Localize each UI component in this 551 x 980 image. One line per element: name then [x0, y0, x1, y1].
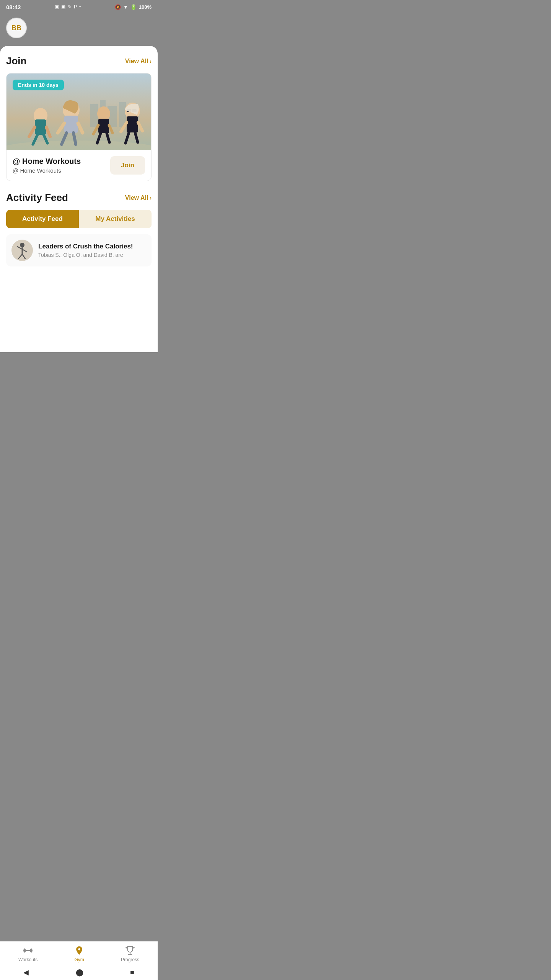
activity-section-header: Activity Feed View All ›: [6, 192, 152, 204]
join-section-header: Join View All ›: [6, 55, 152, 67]
activity-avatar-svg: [11, 240, 33, 261]
battery-percent: 100%: [139, 4, 152, 10]
activity-view-all[interactable]: View All ›: [125, 194, 152, 201]
svg-rect-14: [64, 116, 78, 133]
join-button[interactable]: Join: [110, 156, 145, 175]
activity-feed-section: Activity Feed View All › Activity Feed M…: [6, 192, 152, 266]
activity-item: Leaders of Crush the Calories! Tobias S.…: [6, 234, 152, 266]
activity-view-all-label: View All: [125, 194, 148, 201]
profile-header: BB: [0, 14, 158, 46]
parking-icon: P: [74, 4, 77, 10]
main-content: Join View All ›: [0, 46, 158, 352]
battery-icon: 🔋: [130, 4, 137, 10]
sim1-icon: ▣: [55, 4, 59, 10]
challenge-title: @ Home Workouts: [13, 157, 81, 166]
join-title: Join: [6, 55, 26, 67]
activity-avatar: [11, 240, 33, 261]
dot-icon: •: [79, 4, 81, 10]
status-icons: ▣ ▣ ✎ P •: [55, 4, 81, 10]
challenge-image: Ends in 10 days: [7, 74, 151, 150]
svg-rect-20: [98, 119, 109, 133]
svg-point-35: [20, 243, 24, 247]
status-right-icons: 🔕 ▼ 🔋 100%: [115, 4, 152, 10]
activity-chevron-icon: ›: [150, 195, 152, 201]
ends-badge: Ends in 10 days: [13, 80, 64, 90]
clipboard-icon: ✎: [68, 4, 72, 10]
svg-rect-29: [127, 116, 138, 132]
join-chevron-icon: ›: [150, 58, 152, 64]
svg-rect-8: [35, 119, 46, 135]
challenge-card: Ends in 10 days @ Home Workouts @ Home W…: [6, 73, 152, 181]
avatar[interactable]: BB: [6, 18, 27, 38]
challenge-info: @ Home Workouts @ Home Workouts Join: [7, 150, 151, 181]
join-view-all-label: View All: [125, 58, 148, 65]
activity-feed-title: Activity Feed: [6, 192, 68, 204]
tab-activity-feed[interactable]: Activity Feed: [6, 210, 79, 228]
sim2-icon: ▣: [61, 4, 65, 10]
status-time: 08:42: [6, 4, 21, 10]
svg-rect-1: [90, 104, 98, 127]
challenge-subtitle: @ Home Workouts: [13, 167, 81, 174]
activity-item-subtitle: Tobias S., Olga O. and David B. are: [38, 252, 133, 258]
mute-icon: 🔕: [115, 4, 121, 10]
join-view-all[interactable]: View All ›: [125, 58, 152, 65]
challenge-text: @ Home Workouts @ Home Workouts: [13, 157, 81, 174]
activity-tabs: Activity Feed My Activities: [6, 210, 152, 228]
status-bar: 08:42 ▣ ▣ ✎ P • 🔕 ▼ 🔋 100%: [0, 0, 158, 14]
tab-my-activities[interactable]: My Activities: [79, 210, 152, 228]
activity-item-title: Leaders of Crush the Calories!: [38, 243, 133, 250]
activity-text: Leaders of Crush the Calories! Tobias S.…: [38, 243, 133, 258]
wifi-icon: ▼: [123, 4, 128, 10]
